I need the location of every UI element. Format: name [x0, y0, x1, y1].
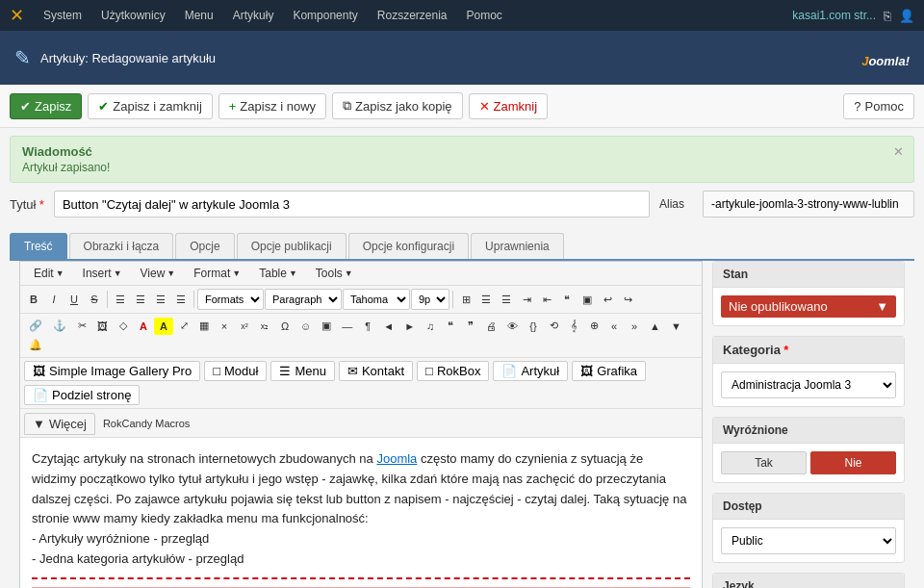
save-copy-button[interactable]: ⧉ Zapisz jako kopię: [332, 92, 462, 119]
redo-button[interactable]: ↪: [618, 291, 637, 309]
pilcrow-button[interactable]: 𝄞: [564, 317, 583, 335]
category-select[interactable]: Administracja Joomla 3: [721, 371, 896, 398]
nav-users[interactable]: Użytkownicy: [91, 0, 175, 31]
image-button[interactable]: 🖼: [92, 318, 113, 335]
code-button[interactable]: {}: [524, 318, 543, 335]
menu-tools[interactable]: Tools ▼: [308, 265, 361, 282]
superscript2-button[interactable]: x²: [235, 319, 254, 334]
indent-button[interactable]: ⇥: [517, 291, 536, 309]
tab-config-options[interactable]: Opcje konfiguracji: [348, 233, 469, 259]
user-profile-icon[interactable]: 👤: [899, 9, 914, 23]
font-select[interactable]: Tahoma: [343, 289, 410, 310]
article-plugin-button[interactable]: 📄 Artykuł: [493, 361, 568, 381]
save-close-button[interactable]: ✔ Zapisz i zamknij: [88, 93, 212, 119]
music-button[interactable]: ♫: [421, 318, 440, 335]
nav-help[interactable]: Pomoc: [457, 0, 512, 31]
module-plugin-button[interactable]: □ Moduł: [204, 361, 267, 381]
font-color-button[interactable]: A: [134, 318, 153, 335]
close-message-button[interactable]: ✕: [893, 144, 904, 159]
strikethrough-button[interactable]: S: [85, 291, 104, 308]
list-ul-button[interactable]: ☰: [476, 291, 496, 309]
print-button[interactable]: 🖨: [481, 318, 501, 335]
close-button[interactable]: ✕ Zamknij: [469, 93, 549, 119]
pagebreak-button[interactable]: ¶: [358, 318, 377, 335]
circle-plus-button[interactable]: ⊕: [584, 317, 603, 335]
formats-select[interactable]: Formats: [197, 289, 264, 310]
underline-button[interactable]: U: [64, 291, 84, 308]
up-button[interactable]: ▲: [645, 318, 665, 335]
save-new-button[interactable]: + Zapisz i nowy: [218, 93, 326, 119]
fullscreen-button[interactable]: ⤢: [174, 317, 193, 335]
nav-components[interactable]: Komponenty: [283, 0, 367, 31]
tab-permissions[interactable]: Uprawnienia: [471, 233, 564, 259]
save-button[interactable]: ✔ Zapisz: [10, 93, 82, 119]
list-ol-button[interactable]: ☰: [497, 291, 516, 309]
tab-images-links[interactable]: Obrazki i łącza: [69, 233, 174, 259]
quote-close-button[interactable]: ❞: [461, 317, 480, 335]
status-select[interactable]: Nie opublikowano ▼: [721, 295, 896, 318]
nav-menu[interactable]: Menu: [175, 0, 223, 31]
align-justify-button[interactable]: ☰: [171, 291, 191, 309]
align-right-button[interactable]: ☰: [151, 291, 170, 309]
delete-button[interactable]: ×: [215, 318, 234, 335]
pagebreak-plugin-button[interactable]: 📄 Podziel stronę: [24, 385, 140, 405]
link-button[interactable]: 🔗: [24, 317, 47, 335]
bg-color-button[interactable]: A: [154, 318, 173, 335]
title-input[interactable]: Button "Czytaj dalej" w artykule Joomla …: [54, 191, 650, 217]
media-button[interactable]: ◇: [114, 317, 133, 335]
menu-insert[interactable]: Insert ▼: [75, 265, 130, 282]
access-select[interactable]: Public: [721, 527, 896, 554]
table-button[interactable]: ▦: [194, 317, 214, 335]
outdent-button[interactable]: ⇤: [537, 291, 556, 309]
media2-button[interactable]: ▣: [317, 317, 336, 335]
special-char-button[interactable]: Ω: [275, 318, 295, 335]
editor-content[interactable]: Czytając artykuły na stronach internetow…: [20, 438, 702, 588]
contact-plugin-button[interactable]: ✉ Kontakt: [339, 361, 413, 381]
featured-no-button[interactable]: Nie: [810, 451, 896, 474]
quote-open-button[interactable]: ❝: [441, 317, 460, 335]
down-button[interactable]: ▼: [666, 318, 686, 335]
nav-articles[interactable]: Artykuły: [223, 0, 284, 31]
cut-button[interactable]: ✂: [72, 317, 91, 335]
rokbox-plugin-button[interactable]: □ RokBox: [417, 361, 489, 381]
dash-button[interactable]: —: [337, 318, 357, 335]
nav-system[interactable]: System: [34, 0, 91, 31]
menu-plugin-button[interactable]: ☰ Menu: [270, 361, 335, 381]
more-button[interactable]: ▼ Więcej: [24, 413, 95, 435]
emoji-button[interactable]: ☺: [295, 318, 316, 335]
preview-button[interactable]: 👁: [502, 318, 523, 335]
menu-format[interactable]: Format ▼: [186, 265, 248, 282]
superscript-button[interactable]: ⊞: [456, 291, 475, 309]
rotate-button[interactable]: ⟲: [544, 317, 563, 335]
user-link[interactable]: kasai1.com str...: [792, 9, 876, 22]
bold-button[interactable]: B: [24, 291, 43, 308]
size-select[interactable]: 9pt: [411, 289, 449, 310]
gallery-plugin-button[interactable]: 🖼 Simple Image Gallery Pro: [24, 361, 200, 381]
graphics-plugin-button[interactable]: 🖼 Grafika: [572, 361, 646, 381]
align-table-button[interactable]: ▣: [578, 291, 597, 309]
bell-button[interactable]: 🔔: [24, 336, 47, 354]
menu-table[interactable]: Table ▼: [251, 265, 305, 282]
menu-edit[interactable]: Edit ▼: [26, 265, 72, 282]
featured-yes-button[interactable]: Tak: [721, 451, 807, 474]
tab-content[interactable]: Treść: [10, 233, 67, 259]
menu-view[interactable]: View ▼: [133, 265, 184, 282]
arrow-left-button[interactable]: ◄: [378, 318, 398, 335]
laquo-button[interactable]: «: [604, 318, 624, 335]
anchor-button[interactable]: ⚓: [48, 317, 71, 335]
tab-options[interactable]: Opcje: [175, 233, 234, 259]
paragraph-select[interactable]: Paragraph: [265, 289, 342, 310]
nav-extensions[interactable]: Rozszerzenia: [368, 0, 457, 31]
joomla-link-1[interactable]: Joomla: [376, 451, 417, 466]
italic-button[interactable]: I: [44, 291, 64, 308]
macros-button[interactable]: RokCandy Macros: [103, 418, 190, 429]
arrow-right-button[interactable]: ►: [399, 318, 420, 335]
undo-button[interactable]: ↩: [598, 291, 617, 309]
raquo-button[interactable]: »: [625, 318, 644, 335]
subscript-button[interactable]: x₂: [255, 319, 274, 334]
help-button[interactable]: ? Pomoc: [843, 93, 914, 119]
alias-input[interactable]: [703, 191, 914, 217]
align-left-button[interactable]: ☰: [111, 291, 130, 309]
align-center-button[interactable]: ☰: [131, 291, 150, 309]
blockquote-button[interactable]: ❝: [557, 291, 577, 309]
